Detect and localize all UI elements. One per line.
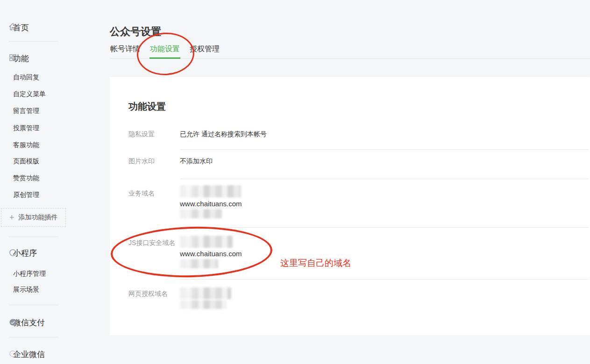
page-title: 公众号设置 [110,25,161,39]
sidebar-item-customer-service[interactable]: 客服功能 [13,141,39,149]
sidebar-item-wechat-pay[interactable]: 微信支付 [13,317,45,328]
js-safe-domain-value: www.chaituans.com [180,250,242,258]
tab-account-details[interactable]: 帐号详情 [110,45,141,59]
business-domain-value: www.chaituans.com [180,200,242,208]
redacted-text [180,259,218,268]
sidebar-item-home[interactable]: 首页 [13,22,29,33]
sidebar-item-original-management[interactable]: 原创管理 [13,191,39,199]
js-safe-domain-label: JS接口安全域名 [128,239,175,247]
redacted-text [180,209,222,218]
wechatpay-icon [9,318,17,326]
row-divider [180,279,589,280]
redacted-text [180,185,241,197]
sidebar-divider [8,41,58,42]
add-plugin-button[interactable]: + 添加功能插件 [1,208,66,227]
sidebar-item-message-management[interactable]: 留言管理 [13,107,39,115]
home-icon [9,23,17,31]
sidebar-item-label: 微信支付 [13,318,45,327]
sidebar-item-vote-management[interactable]: 投票管理 [13,124,39,133]
redacted-text [180,300,227,309]
sidebar-item-custom-menu[interactable]: 自定义菜单 [13,90,46,98]
settings-tabs: 帐号详情 功能设置 授权管理 [110,45,220,59]
sidebar-item-miniprogram[interactable]: 小程序 [13,248,37,259]
sidebar-item-display-scene[interactable]: 展示场景 [13,286,39,294]
privacy-setting-label: 隐私设置 [128,130,155,139]
add-plugin-label: 添加功能插件 [19,213,58,222]
row-divider [180,179,589,179]
wechat-mp-settings-page: { "colors": { "brand_green": "#44b549", … [0,0,590,364]
grid-icon [9,54,17,62]
sidebar-item-functions[interactable]: 功能 [13,53,29,64]
redacted-text [180,287,231,299]
function-settings-card: 功能设置 隐私设置 已允许 通过名称搜索到本帐号 图片水印 不添加水印 业务域名… [110,77,590,335]
sidebar-item-page-template[interactable]: 页面模版 [13,157,39,166]
tab-authorization-management[interactable]: 授权管理 [189,45,220,59]
sidebar-item-label: 企业微信 [13,350,45,359]
sidebar-item-miniprogram-management[interactable]: 小程序管理 [13,270,46,278]
sidebar-divider [8,305,58,305]
image-watermark-value: 不添加水印 [180,157,213,166]
redacted-text [180,236,233,248]
sidebar: 首页 功能 自动回复 自定义菜单 留言管理 投票管理 客服功能 页面模版 赞赏功… [0,0,97,364]
card-heading: 功能设置 [128,100,166,113]
sidebar-divider [8,337,58,337]
sidebar-item-work-wechat[interactable]: 企业微信 [13,349,45,360]
business-domain-label: 业务域名 [128,189,155,198]
row-divider [180,149,589,150]
sidebar-divider [8,237,58,237]
row-divider [180,227,589,228]
miniprogram-icon [9,249,17,257]
image-watermark-label: 图片水印 [128,157,155,166]
web-auth-domain-label: 网页授权域名 [128,290,168,298]
plus-icon: + [9,213,14,222]
sidebar-item-auto-reply[interactable]: 自动回复 [13,73,39,82]
work-wechat-icon [9,350,17,358]
tab-function-settings[interactable]: 功能设置 [149,45,180,59]
privacy-setting-value: 已允许 通过名称搜索到本帐号 [180,130,267,139]
annotation-note: 这里写自己的域名 [280,257,351,269]
sidebar-item-reward-function[interactable]: 赞赏功能 [13,174,39,182]
